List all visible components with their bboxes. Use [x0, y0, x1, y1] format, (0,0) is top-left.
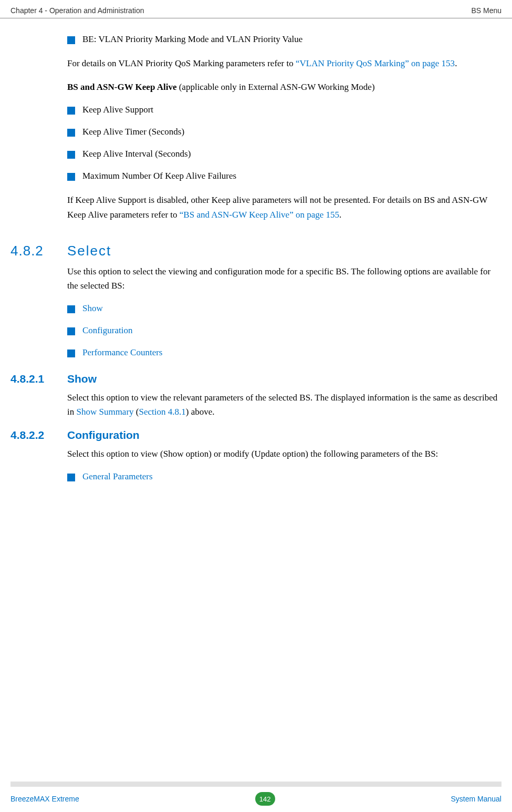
square-bullet-icon: [67, 107, 75, 115]
link-general-params[interactable]: General Parameters: [82, 471, 153, 482]
section-title: Select: [67, 243, 111, 259]
page-number-badge: 142: [255, 792, 275, 806]
list-item-text: Keep Alive Timer (Seconds): [82, 127, 184, 137]
list-item: Show: [67, 303, 501, 314]
list-item: Keep Alive Timer (Seconds): [67, 127, 501, 137]
link-vlan-priority[interactable]: “VLAN Priority QoS Marking” on page 153: [296, 58, 455, 68]
list-item: BE: VLAN Priority Marking Mode and VLAN …: [67, 34, 501, 45]
square-bullet-icon: [67, 350, 75, 357]
paragraph-keepalive-heading: BS and ASN-GW Keep Alive (applicable onl…: [67, 80, 501, 94]
page-header: Chapter 4 - Operation and Administration…: [0, 0, 512, 18]
square-bullet-icon: [67, 36, 75, 44]
square-bullet-icon: [67, 305, 75, 313]
bold-label: BS and ASN-GW Keep Alive: [67, 82, 176, 92]
bullet-list-4822: General Parameters: [67, 471, 501, 482]
list-item: Configuration: [67, 325, 501, 336]
link-configuration[interactable]: Configuration: [82, 325, 132, 336]
square-bullet-icon: [67, 173, 75, 181]
square-bullet-icon: [67, 151, 75, 159]
list-item: Performance Counters: [67, 347, 501, 358]
list-item: General Parameters: [67, 471, 501, 482]
square-bullet-icon: [67, 474, 75, 481]
link-perf-counters[interactable]: Performance Counters: [82, 347, 162, 358]
link-section-481[interactable]: Section 4.8.1: [139, 407, 186, 417]
square-bullet-icon: [67, 129, 75, 137]
bullet-list-keepalive: Keep Alive Support Keep Alive Timer (Sec…: [67, 105, 501, 181]
section-number: 4.8.2: [11, 243, 67, 259]
subsection-title: Show: [67, 373, 97, 385]
footer-divider: [11, 782, 501, 787]
list-item: Keep Alive Interval (Seconds): [67, 149, 501, 159]
paragraph-vlan-ref: For details on VLAN Priority QoS Marking…: [67, 56, 501, 70]
list-item-text: BE: VLAN Priority Marking Mode and VLAN …: [82, 34, 302, 45]
list-item-text: Keep Alive Interval (Seconds): [82, 149, 191, 159]
bullet-list-482: Show Configuration Performance Counters: [67, 303, 501, 358]
paragraph-keepalive-ref: If Keep Alive Support is disabled, other…: [67, 193, 501, 221]
list-item-text: Maximum Number Of Keep Alive Failures: [82, 171, 236, 181]
subsection-title: Configuration: [67, 429, 140, 441]
list-item-text: Keep Alive Support: [82, 105, 153, 115]
link-show-summary[interactable]: Show Summary: [76, 407, 133, 417]
footer-doc-title: System Manual: [451, 795, 501, 803]
bullet-list-vlan: BE: VLAN Priority Marking Mode and VLAN …: [67, 34, 501, 45]
square-bullet-icon: [67, 327, 75, 335]
paragraph-482: Use this option to select the viewing an…: [67, 264, 501, 293]
list-item: Maximum Number Of Keep Alive Failures: [67, 171, 501, 181]
link-show[interactable]: Show: [82, 303, 103, 314]
subsection-heading-4821: 4.8.2.1 Show: [11, 373, 501, 385]
header-menu: BS Menu: [471, 6, 501, 15]
link-keepalive[interactable]: “BS and ASN-GW Keep Alive” on page 155: [180, 210, 339, 220]
subsection-number: 4.8.2.1: [11, 373, 67, 385]
footer-product: BreezeMAX Extreme: [11, 795, 79, 803]
subsection-number: 4.8.2.2: [11, 429, 67, 441]
page-footer: BreezeMAX Extreme 142 System Manual: [0, 792, 512, 806]
paragraph-4821: Select this option to view the relevant …: [67, 390, 501, 419]
list-item: Keep Alive Support: [67, 105, 501, 115]
header-chapter: Chapter 4 - Operation and Administration: [11, 6, 144, 15]
paragraph-4822: Select this option to view (Show option)…: [67, 447, 501, 461]
subsection-heading-4822: 4.8.2.2 Configuration: [11, 429, 501, 441]
section-heading-482: 4.8.2 Select: [11, 243, 501, 259]
